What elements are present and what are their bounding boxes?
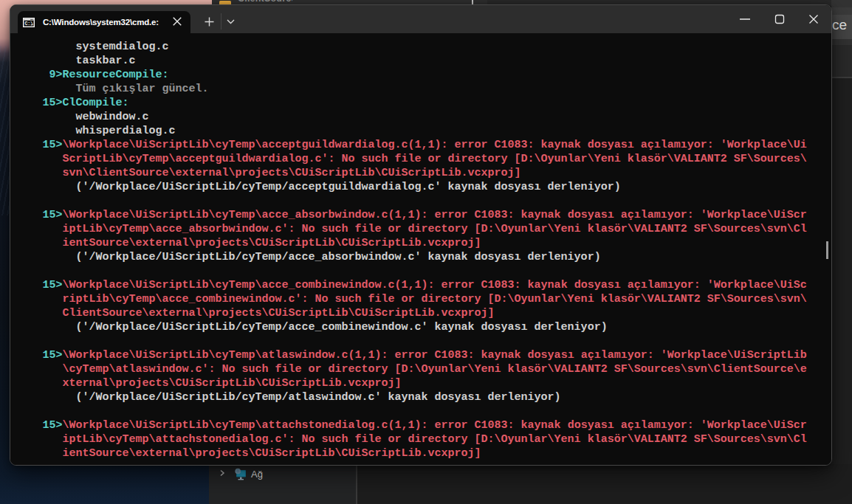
svg-text:C:\: C:\ bbox=[24, 21, 33, 27]
